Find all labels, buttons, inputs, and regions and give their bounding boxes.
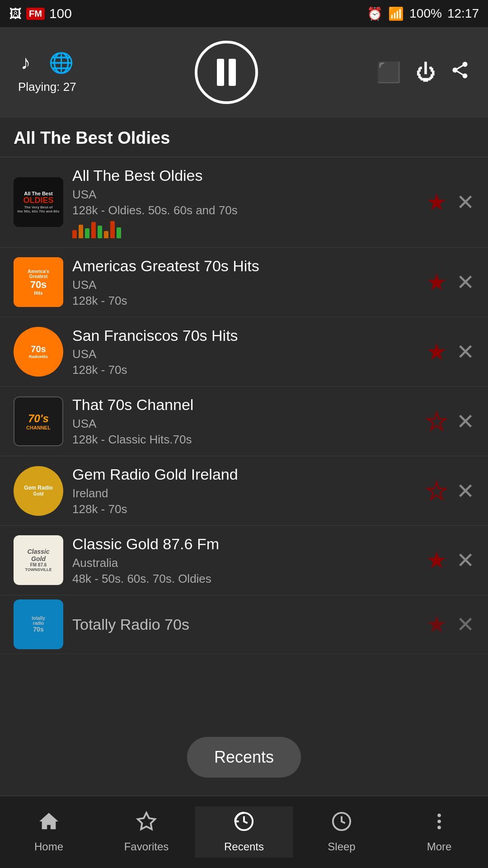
nav-sleep-label: Sleep (328, 840, 355, 853)
station-item[interactable]: Gem Radio Gold Gem Radio Gold Ireland Ir… (0, 456, 488, 526)
station-item[interactable]: 70's CHANNEL That 70s Channel USA 128k -… (0, 387, 488, 456)
bottom-nav: Home Favorites Recents Sleep More (0, 796, 488, 868)
nav-home-label: Home (34, 840, 63, 853)
status-left: 🖼 FM 100 (9, 6, 72, 21)
station-logo: America'sGreatest 70s Hits (14, 257, 63, 307)
player-left: ♪ 🌐 Playing: 27 (18, 51, 76, 94)
station-bitrate: 48k - 50s. 60s. 70s. Oldies (72, 572, 417, 586)
alarm-icon: ⏰ (367, 6, 383, 21)
station-item[interactable]: America'sGreatest 70s Hits Americas Grea… (0, 248, 488, 317)
station-country: USA (72, 188, 417, 202)
share-button[interactable] (450, 60, 470, 85)
station-item[interactable]: totally radio 70s Totally Radio 70s ★ ✕ (0, 595, 488, 654)
station-actions: ★ ✕ (426, 269, 474, 296)
station-actions: ★ ✕ (426, 408, 474, 435)
nav-favorites[interactable]: Favorites (98, 807, 195, 858)
station-info: San Franciscos 70s Hits USA 128k - 70s (63, 326, 426, 377)
nav-recents[interactable]: Recents (195, 807, 293, 858)
station-country: Ireland (72, 486, 417, 500)
remove-button[interactable]: ✕ (456, 547, 474, 573)
station-name: All The Best Oldies (72, 166, 417, 185)
more-icon (429, 811, 450, 837)
svg-point-3 (437, 814, 441, 817)
station-country: Australia (72, 556, 417, 570)
signal-count: 100 (49, 6, 72, 21)
station-info: That 70s Channel USA 128k - Classic Hits… (63, 396, 426, 447)
station-name: Americas Greatest 70s Hits (72, 257, 417, 275)
recents-icon (234, 811, 254, 837)
svg-marker-0 (138, 813, 155, 829)
favorites-icon (136, 811, 157, 837)
stop-button[interactable]: ⬛ (376, 61, 401, 84)
remove-button[interactable]: ✕ (456, 339, 474, 364)
recents-tooltip: Recents (187, 737, 301, 778)
photo-icon: 🖼 (9, 6, 22, 21)
status-right: ⏰ 📶 100% 12:17 (367, 6, 479, 21)
svg-point-5 (437, 826, 441, 830)
power-button[interactable]: ⏻ (416, 61, 436, 84)
favorite-button[interactable]: ★ (426, 477, 447, 505)
station-bitrate: 128k - Oldies. 50s. 60s and 70s (72, 203, 417, 217)
nav-sleep[interactable]: Sleep (293, 807, 390, 858)
svg-point-4 (437, 820, 441, 823)
station-item[interactable]: ClassicGold FM 87.6 TOWNSVILLE Classic G… (0, 526, 488, 595)
station-logo: Gem Radio Gold (14, 466, 63, 516)
remove-button[interactable]: ✕ (456, 478, 474, 504)
station-name: Totally Radio 70s (72, 615, 417, 634)
station-bitrate: 128k - 70s (72, 294, 417, 308)
favorite-button[interactable]: ★ (426, 269, 447, 296)
section-title: All The Best Oldies (0, 118, 488, 157)
station-actions: ★ ✕ (426, 547, 474, 574)
station-info: Gem Radio Gold Ireland Ireland 128k - 70… (63, 465, 426, 516)
nav-more[interactable]: More (390, 807, 488, 858)
station-actions: ★ ✕ (426, 477, 474, 505)
station-name: That 70s Channel (72, 396, 417, 414)
remove-button[interactable]: ✕ (456, 612, 474, 637)
station-item[interactable]: 70s RadioHits San Franciscos 70s Hits US… (0, 317, 488, 387)
nav-recents-label: Recents (224, 840, 264, 853)
station-name: San Franciscos 70s Hits (72, 326, 417, 345)
station-name: Classic Gold 87.6 Fm (72, 535, 417, 553)
station-info: All The Best Oldies USA 128k - Oldies. 5… (63, 166, 426, 238)
station-logo: 70s RadioHits (14, 327, 63, 377)
remove-button[interactable]: ✕ (456, 189, 474, 215)
station-country: USA (72, 417, 417, 431)
music-note-icon[interactable]: ♪ (21, 51, 31, 75)
favorite-button[interactable]: ★ (426, 338, 447, 365)
station-name: Gem Radio Gold Ireland (72, 465, 417, 484)
favorite-button[interactable]: ★ (426, 408, 447, 435)
station-actions: ★ ✕ (426, 611, 474, 638)
globe-icon[interactable]: 🌐 (49, 51, 74, 75)
player-header: ♪ 🌐 Playing: 27 ⬛ ⏻ (0, 27, 488, 118)
station-info: Totally Radio 70s (63, 615, 426, 634)
playing-label: Playing: 27 (18, 80, 76, 94)
favorite-button[interactable]: ★ (426, 611, 447, 638)
eq-bars (72, 220, 417, 238)
nav-more-label: More (427, 840, 452, 853)
favorite-button[interactable]: ★ (426, 547, 447, 574)
station-info: Classic Gold 87.6 Fm Australia 48k - 50s… (63, 535, 426, 586)
station-item[interactable]: All The Best OLDIES The Very Best ofthe … (0, 157, 488, 248)
radio-app-icon: FM (26, 8, 45, 20)
station-bitrate: 128k - Classic Hits.70s (72, 433, 417, 447)
home-icon (38, 811, 59, 837)
sleep-icon (331, 811, 352, 837)
station-list: All The Best OLDIES The Very Best ofthe … (0, 157, 488, 654)
pause-button[interactable] (195, 41, 258, 104)
favorite-button[interactable]: ★ (426, 189, 447, 216)
station-logo: 70's CHANNEL (14, 396, 63, 446)
station-actions: ★ ✕ (426, 338, 474, 365)
station-bitrate: 128k - 70s (72, 363, 417, 377)
nav-favorites-label: Favorites (124, 840, 169, 853)
player-right: ⬛ ⏻ (376, 60, 470, 85)
station-actions: ★ ✕ (426, 189, 474, 216)
remove-button[interactable]: ✕ (456, 409, 474, 434)
wifi-icon: 📶 (388, 6, 404, 21)
station-logo: totally radio 70s (14, 599, 63, 649)
station-logo: All The Best OLDIES The Very Best ofthe … (14, 177, 63, 227)
remove-button[interactable]: ✕ (456, 269, 474, 295)
nav-home[interactable]: Home (0, 807, 98, 858)
station-country: USA (72, 347, 417, 361)
battery-label: 100% (409, 6, 442, 21)
station-bitrate: 128k - 70s (72, 502, 417, 516)
